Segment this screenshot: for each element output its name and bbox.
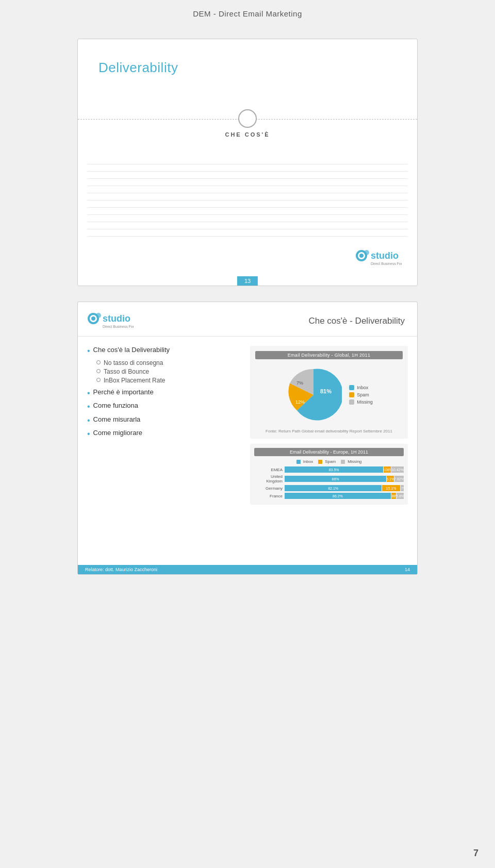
bar-inbox-emea: 83.5% bbox=[285, 466, 383, 473]
slide2-bullets: • Che cos'è la Deliverability No tasso d… bbox=[87, 346, 245, 505]
bullet-sub-text-1-1: No tasso di consegna bbox=[104, 359, 163, 366]
slide1-line bbox=[87, 179, 408, 186]
bar-inbox-uk: 86% bbox=[285, 476, 386, 482]
bullet-text-1: Che cos'è la Deliverability bbox=[93, 346, 170, 354]
bullet-dot-2: • bbox=[87, 388, 90, 398]
slide1-line bbox=[87, 201, 408, 208]
bullet-sub-text-1-2: Tasso di Bounce bbox=[104, 368, 149, 375]
bullet-sub-circle bbox=[96, 378, 101, 382]
svg-point-8 bbox=[91, 316, 95, 321]
bar-chart-title: Email Deliverability - Europe, 1H 2011 bbox=[254, 448, 404, 456]
slide2-footer-page: 14 bbox=[405, 567, 410, 572]
slide2-charts: Email Deliverability - Global, 1H 2011 8… bbox=[250, 346, 408, 505]
slide2-logo: studio Direct Business Formation Mondial… bbox=[87, 311, 134, 331]
svg-text:studio: studio bbox=[103, 313, 130, 324]
bar-chart-area: Email Deliverability - Europe, 1H 2011 I… bbox=[250, 444, 408, 505]
pie-legend: Inbox Spam Missing bbox=[349, 385, 373, 405]
slide2-title: Che cos'è - Deliverability bbox=[308, 316, 405, 326]
slide1-line bbox=[87, 222, 408, 229]
slide1-line bbox=[87, 229, 408, 237]
bar-segments-emea: 83.5% 6.08% 10.42% bbox=[285, 466, 404, 473]
bar-legend-inbox: Inbox bbox=[296, 459, 314, 464]
bar-legend-spam: Spam bbox=[318, 459, 336, 464]
legend-dot-inbox bbox=[349, 385, 354, 390]
bullet-text-3: Come funziona bbox=[93, 402, 138, 409]
bullet-main-5: • Come migliorare bbox=[87, 429, 245, 439]
slide1-divider: CHE COS'È bbox=[78, 107, 417, 148]
bar-missing-france: 5.8% bbox=[397, 493, 404, 499]
pie-chart-area: Email Deliverability - Global, 1H 2011 8… bbox=[250, 346, 408, 439]
pie-area: 81% 12% 7% Inbox Spam bbox=[255, 363, 403, 426]
slide1-title: Deliverability bbox=[78, 39, 417, 76]
bullet-main-1: • Che cos'è la Deliverability bbox=[87, 346, 245, 356]
bar-legend-dot-missing bbox=[341, 460, 345, 464]
bar-segments-uk: 86% 6.1% 7.82% bbox=[285, 476, 404, 482]
svg-text:7%: 7% bbox=[296, 380, 303, 386]
bar-inbox-germany: 82.1% bbox=[285, 485, 382, 491]
slide2-spacing bbox=[78, 505, 417, 530]
pie-chart-source: Fonte: Return Path Global email delivera… bbox=[255, 429, 403, 433]
svg-text:studio: studio bbox=[371, 251, 399, 261]
bar-label-emea: EMEA bbox=[254, 468, 283, 472]
legend-label-inbox: Inbox bbox=[357, 385, 368, 390]
bar-missing-germany: 2.7% bbox=[401, 485, 404, 491]
bullet-sub-1-1: No tasso di consegna bbox=[96, 359, 245, 366]
bar-spam-uk: 6.1% bbox=[387, 476, 394, 482]
svg-point-2 bbox=[359, 254, 364, 258]
svg-point-9 bbox=[96, 313, 101, 318]
bar-row-emea: EMEA 83.5% 6.08% 10.42% bbox=[254, 466, 404, 473]
bar-row-uk: United Kingdom 86% 6.1% 7.82% bbox=[254, 474, 404, 483]
svg-text:12%: 12% bbox=[295, 399, 305, 405]
bar-missing-emea: 10.42% bbox=[391, 466, 404, 473]
slide1-page-badge: 13 bbox=[237, 276, 258, 286]
page-title: DEM - Direct Email Marketing bbox=[193, 9, 302, 18]
legend-spam: Spam bbox=[349, 392, 373, 397]
pie-chart-title: Email Deliverability - Global, 1H 2011 bbox=[255, 351, 403, 359]
slide1-section-label: CHE COS'È bbox=[225, 131, 270, 138]
slide2-header: studio Direct Business Formation Mondial… bbox=[78, 302, 417, 337]
bullet-sub-circle bbox=[96, 360, 101, 364]
bullet-dot-1: • bbox=[87, 346, 90, 356]
legend-missing: Missing bbox=[349, 399, 373, 405]
bar-segments-germany: 82.1% 15.1% 2.7% bbox=[285, 485, 404, 491]
bar-row-germany: Germany 82.1% 15.1% 2.7% bbox=[254, 485, 404, 491]
pie-chart-source-text: Fonte: Return Path Global email delivera… bbox=[266, 429, 392, 433]
bullet-text-2: Perché è importante bbox=[93, 388, 154, 396]
bar-legend-label-spam: Spam bbox=[325, 459, 336, 464]
bullet-dot-3: • bbox=[87, 402, 90, 411]
slide1-line bbox=[87, 215, 408, 222]
bullet-sub-text-1-3: InBox Placement Rate bbox=[104, 377, 165, 384]
legend-label-spam: Spam bbox=[357, 392, 369, 397]
bullet-dot-5: • bbox=[87, 429, 90, 439]
legend-dot-missing bbox=[349, 399, 354, 405]
bullet-text-4: Come misurarla bbox=[93, 415, 141, 423]
bar-legend-dot-inbox bbox=[296, 460, 301, 464]
pie-chart-svg: 81% 12% 7% bbox=[285, 366, 342, 423]
bar-spam-germany: 15.1% bbox=[382, 485, 400, 491]
bar-label-germany: Germany bbox=[254, 486, 283, 491]
bullet-main-3: • Come funziona bbox=[87, 402, 245, 411]
slide1-line bbox=[87, 172, 408, 179]
legend-label-missing: Missing bbox=[357, 399, 373, 405]
bullet-sub-1-2: Tasso di Bounce bbox=[96, 368, 245, 375]
page-number: 7 bbox=[473, 848, 478, 859]
bar-legend-missing: Missing bbox=[341, 459, 361, 464]
page-header: DEM - Direct Email Marketing bbox=[0, 0, 495, 23]
slide1-line bbox=[87, 208, 408, 215]
bar-label-uk: United Kingdom bbox=[254, 474, 283, 483]
bullet-main-4: • Come misurarla bbox=[87, 415, 245, 425]
bar-legend-label-inbox: Inbox bbox=[303, 459, 314, 464]
bullet-sub-circle bbox=[96, 369, 101, 373]
bullet-dot-4: • bbox=[87, 415, 90, 425]
slide2: studio Direct Business Formation Mondial… bbox=[77, 302, 418, 575]
bar-inbox-france: 86.2% bbox=[285, 493, 391, 499]
legend-dot-spam bbox=[349, 392, 354, 397]
slide1-circle bbox=[238, 109, 257, 128]
bar-row-france: France 86.2% 3.88% 5.8% bbox=[254, 493, 404, 499]
bar-missing-uk: 7.82% bbox=[394, 476, 404, 482]
bar-spam-france: 3.88% bbox=[391, 493, 396, 499]
svg-text:81%: 81% bbox=[320, 388, 332, 394]
slide1-line bbox=[87, 164, 408, 172]
bar-label-france: France bbox=[254, 494, 283, 498]
slide1-line bbox=[87, 186, 408, 193]
